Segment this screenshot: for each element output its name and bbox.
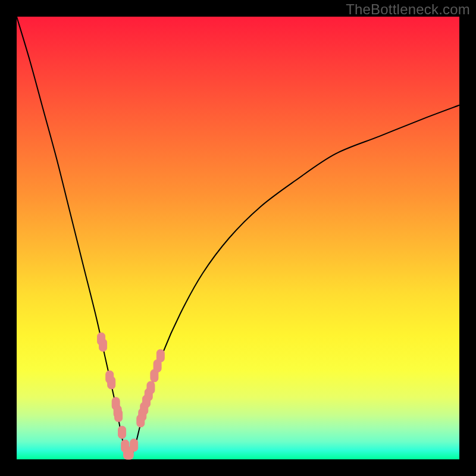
watermark-text: TheBottleneck.com [346,1,470,18]
outer-frame: TheBottleneck.com [0,0,476,476]
data-marker [147,381,155,394]
data-marker [130,439,138,452]
chart-svg [17,17,459,459]
data-marker [115,409,123,422]
plot-area [17,17,459,459]
data-marker [108,377,115,389]
data-marker [99,339,107,352]
curve-markers [98,333,165,459]
curve-path [17,17,459,456]
curve-line [17,17,459,456]
data-marker [118,426,126,439]
data-marker [156,349,164,362]
